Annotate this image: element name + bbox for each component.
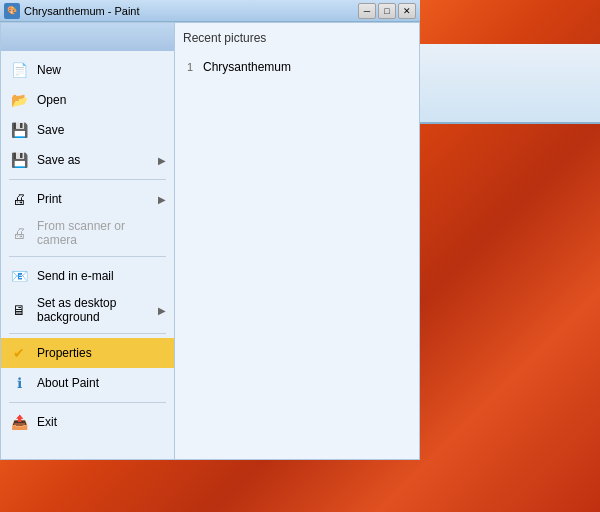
- exit-icon: 📤: [9, 412, 29, 432]
- title-bar: 🎨 Chrysanthemum - Paint ─ □ ✕: [0, 0, 420, 22]
- open-label: Open: [37, 93, 166, 107]
- menu-item-email[interactable]: 📧 Send in e-mail: [1, 261, 174, 291]
- menu-item-about[interactable]: ℹ About Paint: [1, 368, 174, 398]
- recent-title: Recent pictures: [183, 31, 411, 49]
- properties-label: Properties: [37, 346, 166, 360]
- file-menu: 📄 New 📂 Open 💾 Save 💾 Save as ▶: [0, 22, 175, 460]
- menu-item-new[interactable]: 📄 New: [1, 55, 174, 85]
- print-icon: 🖨: [9, 189, 29, 209]
- recent-item-label: Chrysanthemum: [203, 60, 291, 74]
- window-title: Chrysanthemum - Paint: [24, 5, 354, 17]
- window-controls: ─ □ ✕: [358, 3, 416, 19]
- close-button[interactable]: ✕: [398, 3, 416, 19]
- recent-panel: Recent pictures 1 Chrysanthemum: [175, 22, 420, 460]
- menu-item-scanner: 🖨 From scanner or camera: [1, 214, 174, 252]
- print-label: Print: [37, 192, 150, 206]
- print-arrow: ▶: [158, 194, 166, 205]
- desktop-label: Set as desktop background: [37, 296, 150, 324]
- menu-item-properties[interactable]: ✔ Properties: [1, 338, 174, 368]
- maximize-button[interactable]: □: [378, 3, 396, 19]
- menu-top-bar: [1, 23, 174, 51]
- menu-item-exit[interactable]: 📤 Exit: [1, 407, 174, 437]
- menu-items-list: 📄 New 📂 Open 💾 Save 💾 Save as ▶: [1, 51, 174, 459]
- ribbon-right-extension: [420, 44, 600, 124]
- menu-overlay: 📄 New 📂 Open 💾 Save 💾 Save as ▶: [0, 22, 420, 460]
- exit-label: Exit: [37, 415, 166, 429]
- menu-item-desktop[interactable]: 🖥 Set as desktop background ▶: [1, 291, 174, 329]
- divider-2: [9, 256, 166, 257]
- save-icon: 💾: [9, 120, 29, 140]
- recent-item-num: 1: [187, 61, 197, 73]
- divider-1: [9, 179, 166, 180]
- paint-window: 🎨 Chrysanthemum - Paint ─ □ ✕ 💾 ↩ ↪ ▾ Ou…: [0, 0, 420, 460]
- new-label: New: [37, 63, 166, 77]
- about-label: About Paint: [37, 376, 166, 390]
- saveas-label: Save as: [37, 153, 150, 167]
- save-label: Save: [37, 123, 166, 137]
- recent-item-chrysanthemum[interactable]: 1 Chrysanthemum: [183, 57, 411, 77]
- scanner-icon: 🖨: [9, 223, 29, 243]
- saveas-arrow: ▶: [158, 155, 166, 166]
- divider-3: [9, 333, 166, 334]
- desktop-icon: 🖥: [9, 300, 29, 320]
- open-icon: 📂: [9, 90, 29, 110]
- menu-item-open[interactable]: 📂 Open: [1, 85, 174, 115]
- saveas-icon: 💾: [9, 150, 29, 170]
- email-icon: 📧: [9, 266, 29, 286]
- app-icon: 🎨: [4, 3, 20, 19]
- minimize-button[interactable]: ─: [358, 3, 376, 19]
- menu-item-print[interactable]: 🖨 Print ▶: [1, 184, 174, 214]
- desktop-arrow: ▶: [158, 305, 166, 316]
- about-icon: ℹ: [9, 373, 29, 393]
- menu-item-save[interactable]: 💾 Save: [1, 115, 174, 145]
- divider-4: [9, 402, 166, 403]
- email-label: Send in e-mail: [37, 269, 166, 283]
- new-icon: 📄: [9, 60, 29, 80]
- menu-item-saveas[interactable]: 💾 Save as ▶: [1, 145, 174, 175]
- scanner-label: From scanner or camera: [37, 219, 166, 247]
- properties-icon: ✔: [9, 343, 29, 363]
